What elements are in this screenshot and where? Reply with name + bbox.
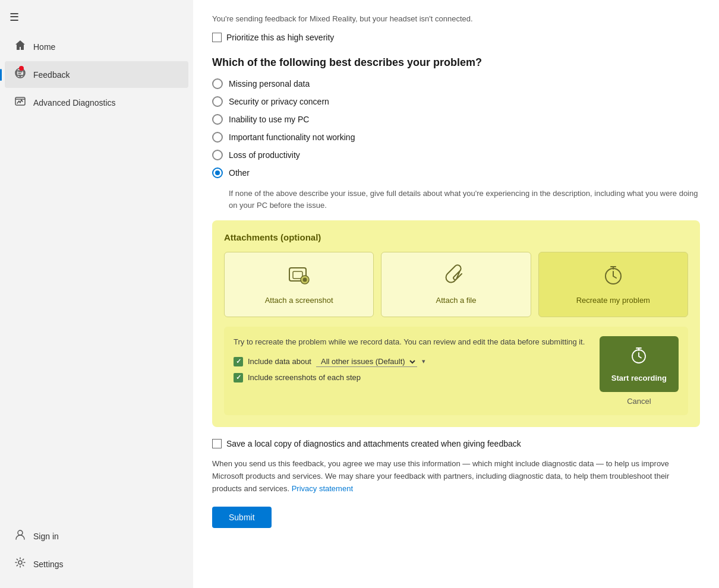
radio-label-missing: Missing personal data [229,79,310,88]
radio-label-inability: Inability to use my PC [229,115,309,124]
radio-label-other: Other [229,168,250,178]
recreate-problem-button[interactable]: Recreate my problem [538,252,688,317]
attachments-card: Attachments (optional) Attach a screensh… [212,220,700,427]
radio-circle-productivity [212,150,223,160]
hamburger-menu[interactable]: ☰ [0,5,193,30]
home-icon [14,39,26,54]
svg-rect-1 [15,97,25,105]
legal-text: When you send us this feedback, you agre… [212,458,700,495]
recreate-label: Recreate my problem [576,296,650,305]
dropdown-arrow-icon: ▾ [422,358,425,365]
radio-circle-missing [212,78,223,89]
cancel-button[interactable]: Cancel [627,397,651,406]
include-data-checkbox[interactable] [234,357,243,366]
attach-screenshot-label: Attach a screenshot [265,296,333,305]
main-content: You're sending feedback for Mixed Realit… [193,0,719,588]
radio-group: Missing personal data Security or privac… [212,78,700,178]
include-screenshots-row: Include screenshots of each step [234,373,590,382]
sidebar-nav: Home Feedback Advanced Diagnost [0,30,193,521]
radio-circle-inability [212,114,223,125]
attach-file-label: Attach a file [436,296,477,305]
priority-checkbox[interactable] [212,33,222,42]
svg-point-7 [303,278,307,282]
sidebar-feedback-label: Feedback [33,70,70,80]
start-recording-label: Start recording [611,374,667,382]
submit-button[interactable]: Submit [212,507,272,528]
sidebar-bottom: Sign in Settings [0,521,193,588]
radio-circle-other [212,167,223,178]
other-description: If none of the above describe your issue… [229,188,700,211]
paperclip-icon [445,264,466,290]
timer-icon [603,264,624,290]
recreate-description: Try to recreate the problem while we rec… [234,336,590,348]
sidebar-item-feedback[interactable]: Feedback [5,61,188,88]
priority-row: Prioritize this as high severity [212,33,700,42]
issue-type-dropdown[interactable]: All other issues (Default) [316,356,417,367]
radio-other[interactable]: Other [212,167,700,178]
save-local-checkbox[interactable] [212,439,222,448]
include-screenshots-label: Include screenshots of each step [248,373,361,382]
include-data-label: Include data about [248,357,311,366]
sidebar-diagnostics-label: Advanced Diagnostics [33,98,116,108]
attachments-title: Attachments (optional) [224,232,688,242]
radio-circle-security [212,96,223,107]
screenshot-icon [288,264,310,290]
diagnostics-icon [14,95,26,110]
sign-in-label: Sign in [33,532,59,541]
svg-point-2 [18,530,23,535]
hamburger-icon: ☰ [10,11,19,23]
settings-label: Settings [33,559,64,569]
sidebar-item-home[interactable]: Home [5,33,188,60]
attach-buttons-row: Attach a screenshot Attach a file [224,252,688,317]
notification-dot [19,66,24,71]
radio-inability-to-use[interactable]: Inability to use my PC [212,114,700,125]
attach-screenshot-button[interactable]: Attach a screenshot [224,252,374,317]
recreate-info: Try to recreate the problem while we rec… [234,336,590,388]
include-screenshots-checkbox[interactable] [234,373,243,382]
settings-icon [14,557,26,571]
include-data-row: Include data about All other issues (Def… [234,356,590,367]
radio-label-functionality: Important functionality not working [229,132,355,142]
svg-point-3 [18,561,22,564]
recording-icon [629,346,648,369]
attach-file-button[interactable]: Attach a file [381,252,531,317]
radio-loss-of-productivity[interactable]: Loss of productivity [212,150,700,160]
sidebar-item-sign-in[interactable]: Sign in [5,523,188,549]
privacy-statement-link[interactable]: Privacy statement [292,484,353,493]
problem-section-title: Which of the following best describes yo… [212,56,700,69]
start-recording-button[interactable]: Start recording [600,336,679,392]
sidebar-item-settings[interactable]: Settings [5,551,188,577]
recreate-section: Try to recreate the problem while we rec… [224,327,688,415]
save-local-row: Save a local copy of diagnostics and att… [212,439,700,448]
priority-label: Prioritize this as high severity [226,33,334,42]
radio-label-productivity: Loss of productivity [229,150,300,160]
account-icon [14,529,26,543]
sidebar-home-label: Home [33,42,55,52]
radio-important-functionality[interactable]: Important functionality not working [212,132,700,143]
radio-label-security: Security or privacy concern [229,97,329,106]
sidebar: ☰ Home Feedback [0,0,193,588]
sidebar-item-advanced-diagnostics[interactable]: Advanced Diagnostics [5,89,188,116]
radio-circle-functionality [212,132,223,143]
info-text: You're sending feedback for Mixed Realit… [212,14,700,23]
save-local-label: Save a local copy of diagnostics and att… [226,439,521,448]
radio-missing-personal-data[interactable]: Missing personal data [212,78,700,89]
radio-security-privacy[interactable]: Security or privacy concern [212,96,700,107]
